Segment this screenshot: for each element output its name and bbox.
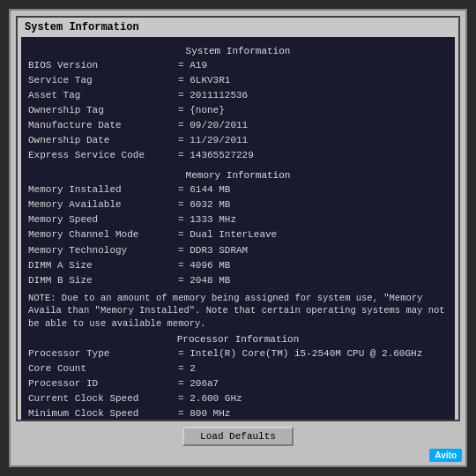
info-value: = 09/20/2011 [178,118,248,133]
info-label: Service Tag [28,73,178,88]
info-label: Express Service Code [28,148,178,163]
table-row: Core Count= 2 [28,361,448,376]
info-label: Asset Tag [28,88,178,103]
info-label: Memory Channel Mode [28,227,178,242]
system-info-header: System Information [28,46,448,56]
info-label: Memory Speed [28,212,178,227]
system-info-rows: BIOS Version= A19Service Tag= 6LKV3R1Ass… [28,58,448,163]
info-label: DIMM B Size [28,273,178,288]
info-label: Memory Available [28,197,178,212]
box-title: System Information [21,21,455,33]
info-value: = 1333 MHz [178,212,236,227]
info-label: Ownership Date [28,133,178,148]
note-text: NOTE: Due to an amount of memory being a… [28,292,448,331]
outer-container: System Information System Information BI… [9,9,467,467]
info-value: = 6144 MB [178,182,230,197]
info-label: Minimum Clock Speed [28,406,178,421]
system-info-box: System Information System Information BI… [16,16,460,421]
info-value: = 2048 MB [178,273,230,288]
memory-info-header: Memory Information [28,170,448,181]
info-value: = 206a7 [178,376,219,391]
load-defaults-button[interactable]: Load Defaults [182,427,294,446]
table-row: Asset Tag= 2011112536 [28,88,448,103]
table-row: Processor Type= Intel(R) Core(TM) i5-254… [28,346,448,361]
info-value: = 2011112536 [178,88,248,103]
info-label: Processor ID [28,376,178,391]
table-row: Processor ID= 206a7 [28,376,448,391]
table-row: Manufacture Date= 09/20/2011 [28,118,448,133]
table-row: DIMM B Size= 2048 MB [28,273,448,288]
info-value: = Dual InterLeave [178,227,277,242]
table-row: Express Service Code= 14365527229 [28,148,448,163]
table-row: Memory Available= 6032 MB [28,197,448,212]
memory-info-rows: Memory Installed= 6144 MBMemory Availabl… [28,182,448,287]
table-row: Minimum Clock Speed= 800 MHz [28,406,448,421]
processor-info-header: Processor Information [28,334,448,345]
info-value: = 2 [178,361,196,376]
info-label: Processor Type [28,346,178,361]
processor-info-rows: Processor Type= Intel(R) Core(TM) i5-254… [28,346,448,421]
info-value: = 2.600 GHz [178,391,242,406]
avito-badge: Avito [429,449,462,462]
table-row: Memory Technology= DDR3 SDRAM [28,243,448,258]
info-value: = {none} [178,103,225,118]
info-value: = 4096 MB [178,258,230,273]
info-value: = DDR3 SDRAM [178,243,248,258]
info-value: = Intel(R) Core(TM) i5-2540M CPU @ 2.60G… [178,346,422,361]
info-value: = 11/29/2011 [178,133,248,148]
info-label: Memory Technology [28,243,178,258]
info-value: = 14365527229 [178,148,254,163]
info-label: Ownership Tag [28,103,178,118]
info-label: Memory Installed [28,182,178,197]
table-row: Current Clock Speed= 2.600 GHz [28,391,448,406]
info-label: Core Count [28,361,178,376]
info-value: = A19 [178,58,207,73]
table-row: Ownership Date= 11/29/2011 [28,133,448,148]
info-label: Current Clock Speed [28,391,178,406]
table-row: Memory Speed= 1333 MHz [28,212,448,227]
info-label: DIMM A Size [28,258,178,273]
info-value: = 800 MHz [178,406,230,421]
table-row: BIOS Version= A19 [28,58,448,73]
info-label: BIOS Version [28,58,178,73]
table-row: DIMM A Size= 4096 MB [28,258,448,273]
info-value: = 6LKV3R1 [178,73,230,88]
inner-content: System Information BIOS Version= A19Serv… [21,37,455,421]
table-row: Service Tag= 6LKV3R1 [28,73,448,88]
info-label: Manufacture Date [28,118,178,133]
button-row: Load Defaults [16,427,460,446]
table-row: Ownership Tag= {none} [28,103,448,118]
table-row: Memory Channel Mode= Dual InterLeave [28,227,448,242]
table-row: Memory Installed= 6144 MB [28,182,448,197]
info-value: = 6032 MB [178,197,230,212]
